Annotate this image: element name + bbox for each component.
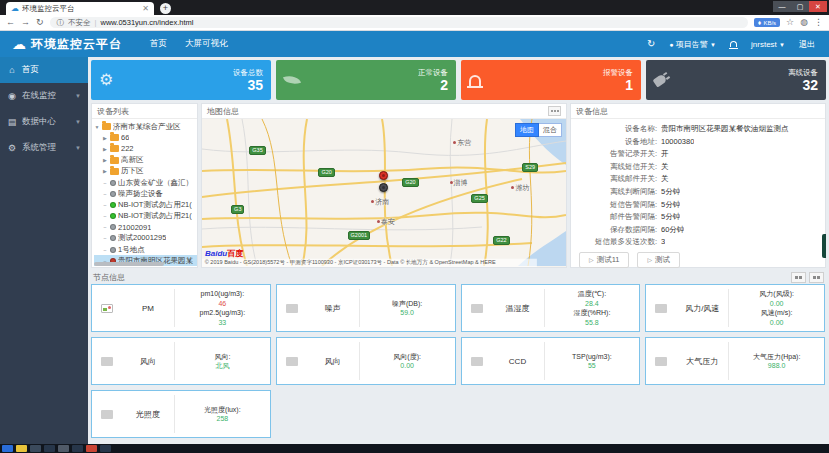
tree-item-device[interactable]: – 1号地点 [94,244,197,255]
tree-item-device[interactable]: – NB-IOT测试勿占用21( [94,199,197,210]
expander-icon[interactable]: ▶ [102,168,108,174]
browser-menu-icon[interactable]: ⋮ [814,18,823,27]
minimize-button[interactable]: — [773,1,791,12]
stat-card-total[interactable]: ⚙ 设备总数 35 [91,60,271,100]
tree-item-device[interactable]: – 10002388 [94,266,197,267]
favicon-cloud-icon: ☁ [11,5,19,13]
taskbar-app-icon[interactable] [44,445,55,452]
play-icon: ▷ [647,256,652,263]
start-button[interactable] [2,445,13,452]
node-card-temp-humidity[interactable]: 温湿度 温度(℃): 28.4 湿度(%RH): 55.8 [461,284,641,332]
section-title: 节点信息 [93,272,125,283]
metric-label: 噪声(DB): [392,299,422,309]
tree-item-folder[interactable]: ▶ 66 [94,132,197,143]
tree-item-device[interactable]: – 测试20001295 [94,233,197,244]
expander-icon[interactable]: ▼ [94,124,100,130]
metric-label: 温度(℃): [578,289,606,299]
close-button[interactable]: ✕ [809,1,827,12]
tree-item-device[interactable]: – 山东黄金矿业（鑫汇） [94,177,197,188]
browser-tab[interactable]: ☁ 环境监控云平台 ✕ [6,2,154,15]
nav-item-home[interactable]: 首页 [150,38,167,50]
taskbar-folder-icon[interactable] [16,445,27,452]
tree-item-folder[interactable]: ▶ 历下区 [94,166,197,177]
node-card-ccd[interactable]: CCD TSP(ug/m3): 55 [461,337,641,385]
bookmark-star-icon[interactable]: ☆ [786,18,794,27]
tree-connector: – [102,180,108,186]
map-type-hybrid-button[interactable]: 混合 [539,123,562,137]
grid-view-icon[interactable] [791,272,806,283]
taskbar-chrome-icon[interactable] [86,445,97,452]
side-handle[interactable] [822,234,826,258]
taskbar-app-icon[interactable] [58,445,69,452]
nav-item-bigscreen[interactable]: 大屏可视化 [185,38,228,50]
tree-item-folder[interactable]: ▶ 高新区 [94,155,197,166]
sidebar-item-system[interactable]: ⚙ 系统管理 ▼ [0,135,88,161]
field-value: 关 [661,173,669,186]
tree-item-root[interactable]: ▼ 济南市某综合产业区 [94,121,197,132]
node-card-wind-power[interactable]: 风力/风速 风力(风级): 0.00 风速(m/s): 0.00 [645,284,825,332]
expander-icon[interactable]: ▶ [102,157,108,163]
alarm-dropdown-label: 项目告警 [676,40,708,49]
speed-extension-badge[interactable]: ♦ KB/s [754,18,780,27]
sidebar-item-datacenter[interactable]: ▤ 数据中心 ▼ [0,109,88,135]
tree-connector: – [102,224,108,230]
address-bar[interactable]: ⓘ 不安全 | www.0531yun.cn/index.html [50,17,748,28]
info-icon[interactable]: ⓘ [57,18,65,28]
nav-right: ↻ ● 项目告警 ▼ jnrstest ▼ 退出 [647,39,829,50]
map-type-map-button[interactable]: 地图 [515,123,539,137]
tree-item-device[interactable]: – 21002091 [94,222,197,233]
field-value: 开 [661,148,669,161]
test11-button[interactable]: ▷测试11 [579,252,629,268]
sidebar-item-home[interactable]: ⌂ 首页 [0,57,88,83]
notification-bell-icon[interactable] [730,41,737,47]
app-brand[interactable]: ☁ 环境监控云平台 [0,36,136,53]
field-value: 5分钟 [661,199,680,212]
metric-value: 28.4 [585,299,599,309]
map-marker-offline[interactable] [379,183,388,192]
taskbar-app-icon[interactable] [100,445,111,452]
tree-item-device[interactable]: – 噪声扬尘设备 [94,188,197,199]
expander-icon[interactable]: ▶ [102,146,108,152]
node-card-wind-direction[interactable]: 风向 风向: 北风 [91,337,271,385]
reload-icon[interactable]: ↻ [36,18,44,27]
stat-card-alarm[interactable]: 报警设备 1 [461,60,641,100]
node-card-pm[interactable]: PM pm10(ug/m3): 46 pm2.5(ug/m3): 33 [91,284,271,332]
map-marker-alarm[interactable] [379,171,388,180]
url-separator: | [95,18,97,27]
node-card-noise[interactable]: 噪声 噪声(DB): 59.0 [276,284,456,332]
metric-value: 59.0 [400,308,414,318]
node-card-illuminance[interactable]: 光照度 光照度(lux): 258 [91,390,271,438]
taskbar-app-icon[interactable] [72,445,83,452]
expander-icon[interactable]: ▶ [102,135,108,141]
device-info-panel: 设备信息 设备名称:贵阳市南明区花果园某餐饮油烟监测点 设备地址:1000038… [570,103,826,268]
test-button[interactable]: ▷测试 [637,252,680,268]
new-tab-button[interactable]: + [160,3,171,14]
status-offline-icon [110,180,116,186]
tree-item-label: 66 [121,133,129,142]
user-dropdown[interactable]: jnrstest ▼ [751,40,785,49]
metric-value: 258 [217,414,229,424]
horizontal-scrollbar[interactable] [94,262,164,266]
sidebar-item-monitoring[interactable]: ◉ 在线监控 ▼ [0,83,88,109]
forward-icon[interactable]: → [21,18,30,27]
taskbar-app-icon[interactable] [30,445,41,452]
table-view-icon[interactable] [809,272,824,283]
stat-label: 离线设备 [788,68,818,78]
tree-item-device[interactable]: – NB-IOT测试勿占用21( [94,211,197,222]
map-canvas[interactable]: 地图 混合 G35 G20 G20 G25 S29 G3 G2001 G22 济… [202,119,566,267]
profile-icon[interactable]: ◍ [800,18,808,27]
node-card-pressure[interactable]: 大气压力 大气压力(Hpa): 988.0 [645,337,825,385]
alarm-dropdown[interactable]: ● 项目告警 ▼ [669,39,716,50]
tree-item-folder[interactable]: ▶ 222 [94,143,197,154]
stat-card-offline[interactable]: 离线设备 32 [646,60,826,100]
back-icon[interactable]: ← [6,18,15,27]
tree-item-label: 222 [121,144,134,153]
field-label: 设备名称: [573,123,661,136]
maximize-button[interactable]: ▢ [791,1,809,12]
tab-close-icon[interactable]: ✕ [142,4,149,13]
stat-card-normal[interactable]: 正常设备 2 [276,60,456,100]
fullscreen-icon[interactable] [548,106,561,116]
logout-button[interactable]: 退出 [799,39,815,50]
refresh-icon[interactable]: ↻ [647,39,655,49]
node-card-wind-degree[interactable]: 风向 风向(度): 0.00 [276,337,456,385]
